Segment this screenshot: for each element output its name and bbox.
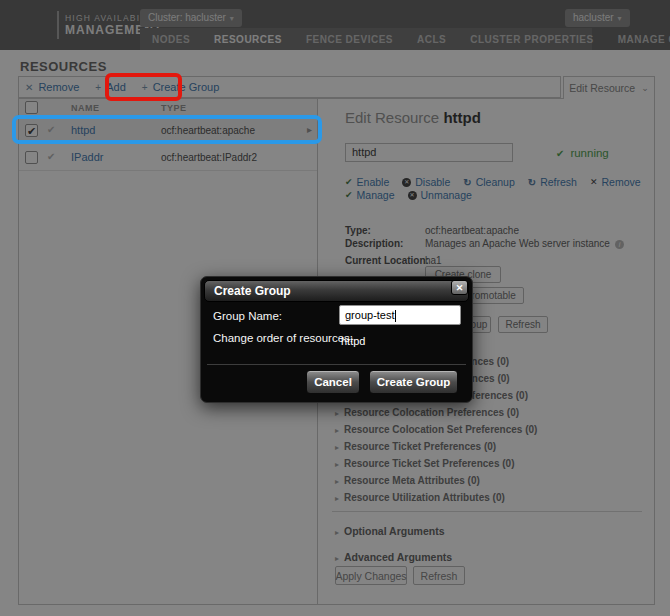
create-group-submit-button[interactable]: Create Group	[369, 370, 458, 394]
close-icon: ✕	[456, 283, 464, 293]
dialog-divider	[207, 364, 466, 365]
sortable-resource-item[interactable]: httpd	[341, 335, 365, 347]
group-name-label: Group Name:	[213, 310, 282, 322]
dialog-title: Create Group	[214, 284, 291, 298]
group-name-input[interactable]: group-test	[339, 305, 461, 325]
text-caret	[395, 310, 396, 322]
create-group-dialog: Create Group ✕ Group Name: group-test Ch…	[200, 276, 473, 403]
order-resources-label: Change order of resources:	[213, 332, 353, 344]
group-name-value: group-test	[345, 309, 395, 321]
dialog-titlebar[interactable]: Create Group	[204, 280, 469, 302]
dialog-close-button[interactable]: ✕	[451, 280, 468, 295]
cancel-button[interactable]: Cancel	[306, 370, 360, 394]
